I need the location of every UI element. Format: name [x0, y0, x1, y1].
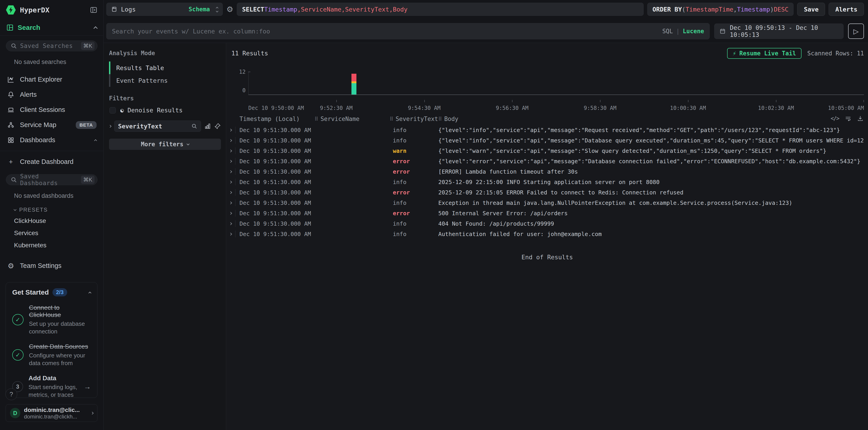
run-query-button[interactable]: ▷: [848, 24, 864, 39]
preset-services[interactable]: Services: [0, 227, 103, 239]
table-row[interactable]: Dec 10 9:51:30.000 AM info {"level":"inf…: [226, 125, 868, 135]
collapse-sidebar-icon[interactable]: [90, 6, 97, 14]
bar-chart-icon[interactable]: [204, 123, 211, 130]
task-desc: Set up your database connection: [29, 320, 91, 335]
play-icon: ▷: [853, 27, 859, 35]
expand-row-icon[interactable]: [229, 233, 232, 236]
create-dashboard-button[interactable]: + Create Dashboard: [0, 154, 103, 169]
event-search-input[interactable]: Search your events w/ Lucene ex. column:…: [106, 23, 710, 39]
task-title: Connect to ClickHouse: [29, 304, 91, 319]
cell-severity: warn: [390, 147, 438, 154]
download-icon[interactable]: [857, 115, 864, 122]
get-started-item-sources[interactable]: ✓ Create Data Sources Configure where yo…: [12, 343, 91, 367]
saved-searches-input[interactable]: Saved Searches ⌘K: [6, 40, 97, 51]
table-row[interactable]: Dec 10 9:51:30.000 AM warn {"level":"war…: [226, 145, 868, 156]
presets-toggle[interactable]: PRESETS: [0, 201, 103, 215]
cell-severity: info: [390, 221, 438, 227]
x-tick-label: 9:52:30 AM: [320, 105, 352, 111]
drag-handle-icon[interactable]: ⠿: [438, 116, 442, 122]
chevron-right-icon[interactable]: [108, 125, 112, 128]
gear-icon[interactable]: ⚙: [226, 5, 233, 14]
save-button[interactable]: Save: [797, 3, 825, 16]
nav-label: Client Sessions: [20, 106, 97, 113]
expand-row-icon[interactable]: [229, 150, 232, 153]
table-row[interactable]: Dec 10 9:51:30.000 AM info 2025-12-09 22…: [226, 177, 868, 187]
cell-timestamp: Dec 10 9:51:30.000 AM: [240, 179, 315, 186]
chevron-right-icon: [91, 412, 94, 415]
table-row[interactable]: Dec 10 9:51:30.000 AM error [ERROR] Lamb…: [226, 166, 868, 177]
code-view-icon[interactable]: </>: [831, 115, 839, 122]
x-tick-label: 10:05:00 AM: [828, 105, 864, 111]
table-row[interactable]: Dec 10 9:51:30.000 AM info {"level":"inf…: [226, 135, 868, 145]
sidebar-item-client-sessions[interactable]: Client Sessions: [0, 102, 103, 117]
get-started-item-add-data[interactable]: 3 Add Data Start sending logs, metrics, …: [12, 375, 91, 399]
get-started-header[interactable]: Get Started 2/3: [12, 288, 91, 296]
presets-label: PRESETS: [19, 207, 48, 213]
expand-row-icon[interactable]: [229, 160, 232, 163]
lang-sql-toggle[interactable]: SQL: [662, 28, 673, 35]
table-row[interactable]: Dec 10 9:51:30.000 AM error 500 Internal…: [226, 208, 868, 219]
table-row[interactable]: Dec 10 9:51:30.000 AM error {"level":"er…: [226, 156, 868, 166]
table-row[interactable]: Dec 10 9:51:30.000 AM info 404 Not Found…: [226, 219, 868, 229]
results-histogram: 12 0 Dec 10 9:50:00 AM 9:52:30 AM 9:54:3…: [248, 67, 864, 113]
sidebar-item-dashboards[interactable]: Dashboards: [0, 132, 103, 147]
arrow-right-icon: →: [84, 383, 91, 391]
cell-body: [ERROR] Lambda function timeout after 30…: [438, 168, 864, 175]
y-axis-min-label: 0: [227, 87, 246, 94]
dashboards-icon: [7, 137, 15, 144]
order-by-input[interactable]: ORDER BY (TimestampTime, Timestamp) DESC: [647, 3, 794, 16]
stacked-bar[interactable]: [351, 72, 356, 95]
table-row[interactable]: Dec 10 9:51:30.000 AM error 2025-12-09 2…: [226, 187, 868, 198]
expand-row-icon[interactable]: [229, 170, 232, 173]
denoise-icon: ◐: [118, 106, 125, 114]
mode-event-patterns[interactable]: Event Patterns: [109, 74, 221, 87]
expand-row-icon[interactable]: [229, 212, 232, 215]
alerts-button[interactable]: Alerts: [829, 3, 864, 16]
denoise-checkbox[interactable]: [110, 107, 116, 113]
severity-filter-input[interactable]: SeverityText: [114, 121, 201, 132]
denoise-results-row[interactable]: ◐ Denoise Results: [110, 107, 221, 114]
drag-handle-icon[interactable]: ⠿: [390, 116, 393, 122]
wrap-lines-icon[interactable]: [845, 115, 851, 122]
bar-segment-error: [351, 74, 356, 81]
sidebar-item-alerts[interactable]: Alerts: [0, 87, 103, 102]
lang-lucene-toggle[interactable]: Lucene: [683, 28, 704, 35]
pin-icon[interactable]: [214, 123, 221, 130]
get-started-item-connect[interactable]: ✓ Connect to ClickHouse Set up your data…: [12, 304, 91, 335]
expand-row-icon[interactable]: [229, 139, 232, 142]
table-row[interactable]: Dec 10 9:51:30.000 AM info Exception in …: [226, 198, 868, 208]
sql-column: TimestampTime: [685, 6, 733, 13]
table-row[interactable]: Dec 10 9:51:30.000 AM info Authenticatio…: [226, 229, 868, 239]
sidebar-item-team-settings[interactable]: ⚙ Team Settings: [0, 258, 103, 273]
user-menu[interactable]: D dominic.tran@clic... dominic.tran@clic…: [6, 404, 97, 422]
saved-dashboards-input[interactable]: Saved Dashboards ⌘K: [6, 174, 97, 185]
expand-row-icon[interactable]: [229, 222, 232, 225]
expand-row-icon[interactable]: [229, 180, 232, 184]
time-range-picker[interactable]: Dec 10 09:50:13 - Dec 10 10:05:13: [714, 24, 844, 39]
cell-body: 404 Not Found: /api/products/99999: [438, 221, 864, 227]
source-select[interactable]: Logs Schema: [106, 3, 223, 16]
sidebar-item-chart-explorer[interactable]: Chart Explorer: [0, 72, 103, 87]
help-button[interactable]: ?: [5, 388, 17, 400]
expand-row-icon[interactable]: [229, 201, 232, 204]
drag-handle-icon[interactable]: ⠿: [315, 116, 318, 122]
saved-searches-placeholder: Saved Searches: [20, 42, 78, 49]
select-query-input[interactable]: SELECT Timestamp,ServiceName,SeverityTex…: [237, 3, 644, 16]
more-filters-button[interactable]: More filters: [109, 139, 221, 150]
sidebar-item-service-map[interactable]: Service Map BETA: [0, 117, 103, 132]
resume-live-tail-button[interactable]: ⚡ Resume Live Tail: [727, 48, 801, 59]
sidebar-item-search[interactable]: Search: [0, 20, 103, 35]
mode-results-table[interactable]: Results Table: [109, 62, 221, 74]
sidebar-nav: Chart Explorer Alerts Client Sessions Se…: [0, 67, 103, 147]
preset-clickhouse[interactable]: ClickHouse: [0, 215, 103, 227]
expand-row-icon[interactable]: [229, 191, 232, 194]
lang-separator: |: [676, 28, 680, 35]
end-of-results-text: End of Results: [226, 254, 868, 261]
sql-columns: ,ServiceName,SeverityText,Body: [297, 6, 407, 13]
results-area: 11 Results ⚡ Resume Live Tail Scanned Ro…: [226, 43, 868, 430]
shortcut-badge: ⌘K: [81, 42, 95, 50]
expand-row-icon[interactable]: [229, 129, 232, 132]
chevron-up-icon[interactable]: [93, 26, 97, 30]
plot-area: [248, 72, 864, 95]
preset-kubernetes[interactable]: Kubernetes: [0, 239, 103, 252]
